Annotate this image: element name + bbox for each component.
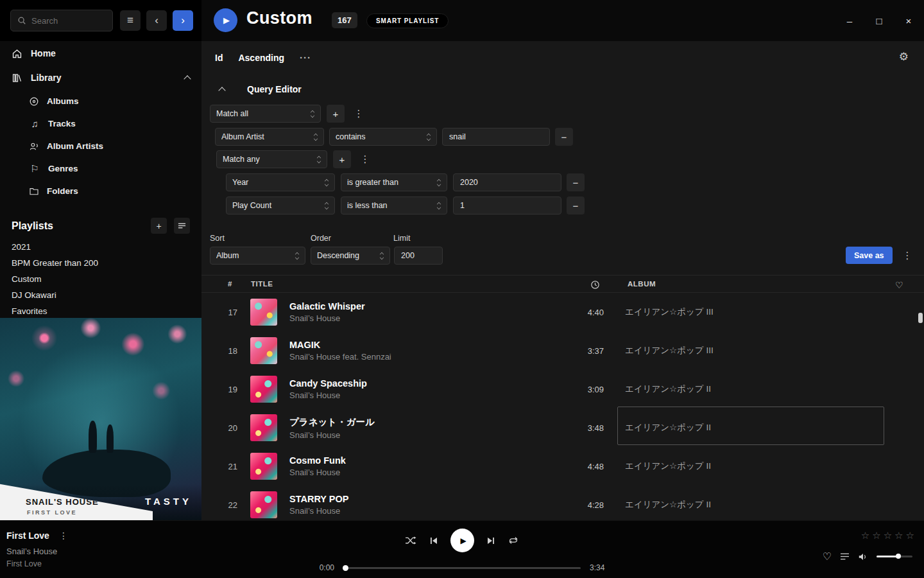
playlist-item[interactable]: DJ Okawari <box>0 287 201 303</box>
minus-icon: − <box>573 200 579 211</box>
kebab-icon: ⋮ <box>903 250 912 261</box>
track-artist: Snail’s House <box>289 390 565 400</box>
remove-rule-button[interactable]: − <box>567 173 585 191</box>
rule-field-select[interactable]: Play Count <box>226 197 335 215</box>
star-icon[interactable]: ☆ <box>894 530 903 541</box>
search-box[interactable] <box>10 10 113 31</box>
star-icon[interactable]: ☆ <box>861 530 869 541</box>
playlist-item[interactable]: Favorites <box>0 303 201 319</box>
rule-field-select[interactable]: Album Artist <box>215 128 324 146</box>
select-value: Match all <box>216 109 305 118</box>
seek-bar[interactable] <box>343 567 581 569</box>
maximize-button[interactable]: □ <box>874 15 884 26</box>
track-title: STARRY POP <box>289 494 565 504</box>
order-select[interactable]: Descending <box>311 247 390 265</box>
playlist-item[interactable]: 2021 <box>0 239 201 255</box>
minimize-button[interactable]: – <box>844 15 855 26</box>
track-row[interactable]: 19 Candy Spaceship Snail’s House 3:09 エイ… <box>201 370 924 408</box>
playlist-item[interactable]: BPM Greater than 200 <box>0 255 201 271</box>
sort-direction-button[interactable]: Ascending <box>238 53 284 63</box>
search-input[interactable] <box>31 16 106 26</box>
play-playlist-button[interactable]: ▶ <box>214 8 237 32</box>
now-playing-album: First Love <box>6 559 42 568</box>
gear-icon[interactable]: ⚙ <box>899 50 909 64</box>
track-menu-button[interactable]: ⋮ <box>59 530 68 541</box>
save-menu-button[interactable]: ⋮ <box>902 247 912 265</box>
sort-select[interactable]: Album <box>210 247 305 265</box>
remove-rule-button[interactable]: − <box>567 197 585 215</box>
collapse-query-editor-button[interactable] <box>214 86 230 93</box>
previous-button[interactable] <box>429 536 438 545</box>
track-row[interactable]: 18 MAGIK Snail’s House feat. Sennzai 3:3… <box>201 331 924 370</box>
star-icon[interactable]: ☆ <box>884 530 892 541</box>
album-art-thumbnail <box>250 337 277 364</box>
album-art-thumbnail <box>250 453 277 480</box>
more-options-button[interactable]: ··· <box>300 52 311 63</box>
column-header-index[interactable]: # <box>228 280 232 288</box>
track-row[interactable]: 22 STARRY POP Snail’s House 4:28 エイリアン☆ポ… <box>201 486 924 520</box>
sidebar-item-label: Albums <box>47 96 79 106</box>
chevron-up-icon[interactable] <box>184 75 191 82</box>
add-playlist-button[interactable]: + <box>151 218 167 234</box>
column-header-title[interactable]: TITLE <box>251 280 273 288</box>
group-menu-button[interactable]: ⋮ <box>360 150 370 168</box>
favorite-column-icon[interactable]: ♡ <box>895 280 903 290</box>
track-row[interactable]: 17 Galactic Whisper Snail’s House 4:40 エ… <box>201 293 924 331</box>
star-icon[interactable]: ☆ <box>872 530 880 541</box>
rule-group-menu-button[interactable]: ⋮ <box>354 105 364 123</box>
sidebar-item-genres[interactable]: ⚐ Genres <box>0 157 201 180</box>
play-button[interactable]: ▶ <box>450 529 474 552</box>
track-artist: Snail’s House <box>289 506 565 516</box>
forward-button[interactable]: › <box>173 10 193 31</box>
next-icon <box>486 536 495 545</box>
playlist-list-button[interactable] <box>174 218 190 234</box>
rule-field-select[interactable]: Year <box>226 173 335 191</box>
rule-operator-select[interactable]: contains <box>329 128 437 146</box>
track-artist: Snail’s House <box>289 313 565 323</box>
rule-value-input[interactable] <box>453 173 561 191</box>
repeat-button[interactable] <box>508 536 519 545</box>
add-group-rule-button[interactable]: + <box>333 150 351 168</box>
scrollbar-thumb[interactable] <box>918 313 923 323</box>
column-header-album[interactable]: ALBUM <box>628 280 656 288</box>
rule-value-input[interactable] <box>442 128 550 146</box>
add-rule-button[interactable]: + <box>327 105 345 123</box>
shuffle-button[interactable] <box>405 536 417 545</box>
queue-button[interactable] <box>840 552 850 561</box>
match-type-select[interactable]: Match all <box>210 105 321 123</box>
duration-column-icon[interactable] <box>590 280 600 290</box>
plus-icon: + <box>156 221 161 231</box>
rule-operator-select[interactable]: is less than <box>341 197 447 215</box>
volume-slider[interactable] <box>877 556 912 557</box>
now-playing-album-art[interactable]: SNAIL'S HOUSE FIRST LOVE TASTY <box>0 318 201 520</box>
chevron-up-icon <box>218 87 225 94</box>
track-row[interactable]: 20 プラネット・ガール Snail’s House 3:48 エイリアン☆ポッ… <box>201 408 924 447</box>
favorite-button[interactable]: ♡ <box>823 550 832 563</box>
volume-button[interactable] <box>858 552 868 561</box>
track-album: エイリアン☆ポップ III <box>604 345 898 356</box>
remove-rule-button[interactable]: − <box>555 128 573 146</box>
sidebar-item-library[interactable]: Library <box>0 66 201 90</box>
group-match-type-select[interactable]: Match any <box>216 150 327 168</box>
playlist-item[interactable]: Custom <box>0 271 201 287</box>
now-playing-track: First Love <box>6 530 49 541</box>
menu-button[interactable]: ≡ <box>120 10 141 31</box>
sort-field-button[interactable]: Id <box>215 53 223 63</box>
sidebar-item-albums[interactable]: Albums <box>0 90 201 112</box>
close-button[interactable]: × <box>903 15 914 26</box>
sidebar-item-tracks[interactable]: ♫ Tracks <box>0 112 201 135</box>
limit-input[interactable] <box>394 247 443 265</box>
rule-operator-select[interactable]: is greater than <box>341 173 447 191</box>
back-button[interactable]: ‹ <box>146 10 167 31</box>
star-icon[interactable]: ☆ <box>906 530 914 541</box>
sidebar-item-folders[interactable]: Folders <box>0 180 201 202</box>
sidebar-item-home[interactable]: Home <box>0 41 201 66</box>
sidebar-item-album-artists[interactable]: Album Artists <box>0 135 201 157</box>
save-as-button[interactable]: Save as <box>846 247 893 264</box>
next-button[interactable] <box>486 536 495 545</box>
smart-playlist-badge: SMART PLAYLIST <box>366 13 449 28</box>
select-value: Album <box>216 251 290 260</box>
artwork-watermark-text: TASTY <box>145 496 192 507</box>
track-row[interactable]: 21 Cosmo Funk Snail’s House 4:48 エイリアン☆ポ… <box>201 447 924 486</box>
rule-value-input[interactable] <box>453 197 561 215</box>
